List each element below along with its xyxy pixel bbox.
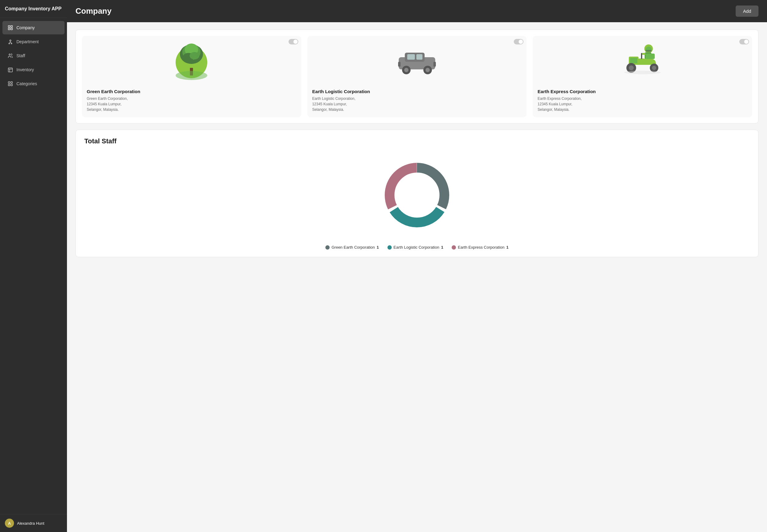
card-toggle-earth-express[interactable] (739, 39, 749, 44)
earth-express-image (620, 42, 665, 79)
company-card-earth-express: Earth Express Corporation Earth Express … (533, 36, 752, 117)
company-icon (7, 25, 13, 31)
sidebar-footer: A Alexandra Hunt (0, 514, 67, 532)
legend-label-green-earth: Green Earth Corporation (331, 245, 375, 250)
svg-rect-14 (8, 82, 10, 83)
card-address-earth-logistic: Earth Logistic Corporation,12345 Kuala L… (312, 96, 522, 112)
legend-item-earth-express: Earth Express Corporation 1 (452, 245, 508, 250)
staff-title: Total Staff (84, 137, 750, 145)
legend-dot-earth-express (452, 245, 456, 250)
company-card-earth-logistic: Earth Logistic Corporation Earth Logisti… (307, 36, 527, 117)
svg-rect-44 (630, 58, 637, 63)
sidebar-nav: Company Department (0, 18, 67, 514)
legend-dot-earth-logistic (387, 245, 392, 250)
sidebar-label-inventory: Inventory (16, 67, 34, 72)
avatar: A (5, 519, 14, 528)
sidebar-label-company: Company (16, 25, 35, 30)
chart-legend: Green Earth Corporation 1 Earth Logistic… (325, 245, 509, 250)
svg-rect-41 (646, 54, 655, 59)
card-toggle-earth-logistic[interactable] (514, 39, 524, 44)
card-image-green-earth (82, 36, 301, 85)
staff-icon (7, 53, 13, 59)
chart-container: Green Earth Corporation 1 Earth Logistic… (84, 152, 750, 250)
card-address-green-earth: Green Earth Corporation,12345 Kuala Lump… (87, 96, 296, 112)
svg-rect-38 (646, 50, 652, 52)
svg-point-8 (9, 43, 10, 44)
svg-point-49 (624, 71, 661, 74)
sidebar-label-staff: Staff (16, 53, 25, 58)
cards-grid: Green Earth Corporation Green Earth Corp… (82, 36, 752, 117)
sidebar-item-inventory[interactable]: Inventory (2, 63, 65, 76)
svg-point-48 (652, 66, 656, 70)
card-toggle-green-earth[interactable] (289, 39, 298, 44)
svg-rect-17 (11, 84, 12, 86)
legend-dot-green-earth (325, 245, 330, 250)
card-name-earth-logistic: Earth Logistic Corporation (312, 89, 522, 94)
card-name-earth-express: Earth Express Corporation (538, 89, 747, 94)
staff-section: Total Staff (75, 130, 758, 257)
earth-logistic-image (396, 45, 438, 75)
company-cards-section: Green Earth Corporation Green Earth Corp… (75, 30, 758, 124)
legend-value-earth-express: 1 (506, 245, 509, 250)
svg-rect-40 (642, 53, 646, 55)
legend-value-earth-logistic: 1 (441, 245, 443, 250)
add-button[interactable]: Add (736, 5, 758, 17)
svg-point-4 (10, 40, 11, 41)
svg-rect-28 (407, 54, 415, 60)
svg-rect-11 (8, 68, 12, 72)
legend-label-earth-logistic: Earth Logistic Corporation (394, 245, 439, 250)
sidebar-label-categories: Categories (16, 81, 37, 86)
svg-point-31 (404, 68, 408, 72)
donut-chart (374, 152, 460, 238)
svg-point-46 (629, 65, 634, 70)
sidebar-item-categories[interactable]: Categories (2, 77, 65, 90)
svg-rect-2 (8, 28, 10, 30)
legend-value-green-earth: 1 (377, 245, 379, 250)
content-area: Green Earth Corporation Green Earth Corp… (67, 22, 767, 532)
card-body-green-earth: Green Earth Corporation Green Earth Corp… (82, 85, 301, 117)
main-header: Company Add (67, 0, 767, 22)
svg-rect-3 (11, 28, 12, 30)
svg-rect-15 (11, 82, 12, 83)
svg-rect-42 (641, 53, 642, 59)
card-body-earth-express: Earth Express Corporation Earth Express … (533, 85, 752, 117)
card-address-earth-express: Earth Express Corporation,12345 Kuala Lu… (538, 96, 747, 112)
svg-rect-16 (8, 84, 10, 86)
svg-rect-35 (433, 62, 436, 67)
card-image-earth-logistic (307, 36, 527, 85)
card-name-green-earth: Green Earth Corporation (87, 89, 296, 94)
sidebar-item-company[interactable]: Company (2, 21, 65, 34)
card-image-earth-express (533, 36, 752, 85)
categories-icon (7, 81, 13, 87)
svg-point-33 (426, 68, 430, 72)
donut-svg (374, 152, 460, 238)
svg-rect-34 (398, 62, 401, 67)
sidebar-item-department[interactable]: Department (2, 35, 65, 48)
svg-rect-1 (11, 26, 12, 27)
legend-label-earth-express: Earth Express Corporation (458, 245, 504, 250)
legend-item-green-earth: Green Earth Corporation 1 (325, 245, 379, 250)
sidebar-label-department: Department (16, 39, 39, 44)
sidebar: Company Inventory APP Company (0, 0, 67, 532)
legend-item-earth-logistic: Earth Logistic Corporation 1 (387, 245, 443, 250)
main-content: Company Add (67, 0, 767, 532)
company-card-green-earth: Green Earth Corporation Green Earth Corp… (82, 36, 301, 117)
page-title: Company (75, 6, 111, 16)
inventory-icon (7, 67, 13, 73)
svg-point-9 (11, 43, 12, 44)
user-name: Alexandra Hunt (17, 521, 44, 526)
svg-point-10 (9, 54, 11, 55)
green-earth-image (172, 40, 211, 80)
svg-rect-0 (8, 26, 10, 27)
card-body-earth-logistic: Earth Logistic Corporation Earth Logisti… (307, 85, 527, 117)
department-icon (7, 39, 13, 45)
app-title: Company Inventory APP (0, 0, 67, 18)
sidebar-item-staff[interactable]: Staff (2, 49, 65, 62)
svg-point-24 (190, 52, 199, 59)
svg-point-25 (176, 71, 207, 80)
svg-rect-29 (416, 54, 422, 60)
